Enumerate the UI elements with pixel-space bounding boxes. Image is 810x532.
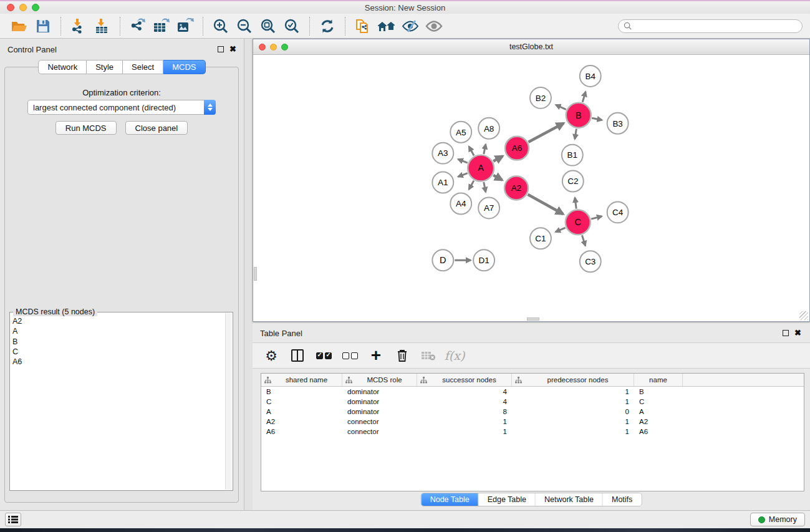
save-session-button[interactable] — [31, 16, 55, 36]
application-window: Session: New Session — [0, 0, 810, 532]
export-table-button[interactable] — [150, 16, 173, 36]
edge-A-A8[interactable] — [484, 144, 486, 154]
memory-button[interactable]: Memory — [750, 513, 805, 526]
edge-A2-C[interactable] — [528, 195, 563, 215]
table-row[interactable]: Adominator80A — [261, 407, 804, 417]
tab-node-table[interactable]: Node Table — [422, 493, 479, 506]
tab-edge-table[interactable]: Edge Table — [479, 493, 536, 506]
network-canvas[interactable]: AA1A3A5A8A4A7A6A2BB2B4B3B1CC2C1C4C3DD1 — [254, 56, 809, 321]
edge-C-C4[interactable] — [591, 216, 602, 219]
minimize-window-button[interactable] — [19, 4, 27, 11]
result-item[interactable]: C — [12, 347, 224, 357]
search-input[interactable] — [635, 22, 797, 31]
table-settings-button[interactable]: ⚙ — [261, 346, 281, 365]
create-column-button[interactable]: + — [366, 346, 386, 365]
tab-mcds[interactable]: MCDS — [163, 60, 205, 74]
edge-B-B4[interactable] — [582, 92, 586, 102]
edge-A-A2[interactable] — [493, 175, 502, 180]
close-panel-icon[interactable]: ✖ — [229, 46, 236, 52]
edge-A-A6[interactable] — [493, 156, 503, 161]
refresh-button[interactable] — [316, 16, 339, 36]
mcds-tab-content: Optimization criterion: largest connecte… — [4, 67, 239, 503]
close-window-button[interactable] — [7, 4, 14, 11]
zoom-window-button[interactable] — [32, 4, 39, 11]
tab-network-table[interactable]: Network Table — [536, 493, 603, 506]
column-header-MCDS-role[interactable]: MCDS role — [342, 374, 417, 386]
column-header-successor-nodes[interactable]: successor nodes — [417, 374, 512, 386]
edge-A-A7[interactable] — [484, 182, 486, 192]
window-resize-grip[interactable] — [799, 311, 808, 320]
tab-select[interactable]: Select — [123, 60, 163, 74]
edge-B-B1[interactable] — [575, 128, 577, 139]
criterion-dropdown[interactable]: largest connected component (directed) — [27, 100, 216, 115]
table-row[interactable]: Bdominator41B — [261, 387, 804, 397]
node-label-B4: B4 — [585, 72, 595, 81]
result-item[interactable]: B — [12, 337, 224, 347]
mcds-result-list[interactable]: A2ABCA6 — [12, 316, 224, 490]
select-all-columns-button[interactable] — [314, 346, 334, 365]
unchecked-boxes-icon — [342, 352, 358, 359]
show-eye-button[interactable] — [422, 16, 446, 36]
zoom-out-button[interactable] — [233, 16, 256, 36]
home-view-button[interactable] — [375, 16, 398, 36]
edge-B-B3[interactable] — [592, 118, 602, 120]
tab-network[interactable]: Network — [38, 60, 87, 74]
float-table-panel-icon[interactable] — [783, 330, 789, 336]
float-panel-icon[interactable] — [218, 46, 224, 52]
window-controls — [7, 4, 39, 11]
edge-A-A5[interactable] — [469, 147, 474, 156]
result-scrollbar[interactable] — [225, 313, 232, 490]
edge-A-A4[interactable] — [469, 181, 474, 190]
import-table-button[interactable] — [90, 16, 114, 36]
export-network-button[interactable] — [126, 16, 150, 36]
task-history-button[interactable] — [5, 513, 21, 526]
show-columns-button[interactable] — [287, 346, 307, 365]
edge-A6-B[interactable] — [528, 123, 564, 142]
zoom-in-button[interactable] — [209, 16, 233, 36]
toolbar-separator — [120, 17, 120, 36]
edge-C-C2[interactable] — [575, 198, 576, 209]
duplicate-network-button[interactable] — [351, 16, 375, 36]
unselect-all-columns-button[interactable] — [340, 346, 360, 365]
import-network-button[interactable] — [67, 16, 90, 36]
edge-A-A3[interactable] — [458, 159, 468, 163]
minimize-network-button[interactable] — [270, 44, 277, 51]
table-row[interactable]: A6connector11A6 — [261, 427, 804, 437]
export-image-button[interactable] — [173, 16, 197, 36]
tab-motifs[interactable]: Motifs — [603, 493, 641, 506]
edge-C-C1[interactable] — [556, 228, 566, 232]
column-header-predecessor-nodes[interactable]: predecessor nodes — [512, 374, 634, 386]
zoom-selected-button[interactable] — [280, 16, 304, 36]
network-graph[interactable]: AA1A3A5A8A4A7A6A2BB2B4B3B1CC2C1C4C3DD1 — [254, 56, 809, 321]
zoom-fit-button[interactable] — [256, 16, 280, 36]
result-item[interactable]: A — [12, 326, 224, 336]
global-search[interactable] — [618, 19, 803, 33]
table-row[interactable]: A2connector11A2 — [261, 417, 804, 427]
table-cell: 1 — [512, 428, 634, 435]
edge-C-C3[interactable] — [582, 235, 585, 246]
close-network-button[interactable] — [259, 44, 266, 51]
close-panel-button[interactable]: Close panel — [125, 121, 188, 135]
zoom-network-button[interactable] — [281, 44, 288, 51]
tab-style[interactable]: Style — [87, 60, 123, 74]
edge-A-A1[interactable] — [458, 173, 468, 177]
result-item[interactable]: A6 — [12, 357, 224, 367]
run-mcds-button[interactable]: Run MCDS — [55, 121, 117, 135]
delete-column-button[interactable] — [392, 346, 412, 365]
export-image-icon — [176, 18, 194, 34]
node-label-C3: C3 — [585, 257, 595, 266]
table-panel: Table Panel ✖ ⚙ + — [253, 323, 810, 510]
table-row[interactable]: Cdominator41C — [261, 397, 804, 407]
hide-panel-eye-button[interactable] — [398, 16, 422, 36]
column-header-shared-name[interactable]: shared name — [261, 374, 342, 386]
canvas-vscroll-hint[interactable] — [254, 267, 257, 281]
node-label-C4: C4 — [612, 208, 624, 217]
column-header-name[interactable]: name — [634, 374, 683, 386]
close-table-panel-icon[interactable]: ✖ — [794, 330, 801, 336]
result-item[interactable]: A2 — [12, 316, 224, 326]
canvas-hscroll-hint[interactable] — [527, 317, 539, 321]
node-label-B: B — [576, 110, 582, 120]
edge-B-B2[interactable] — [556, 105, 566, 110]
open-session-button[interactable] — [7, 16, 31, 36]
search-icon — [624, 22, 632, 30]
